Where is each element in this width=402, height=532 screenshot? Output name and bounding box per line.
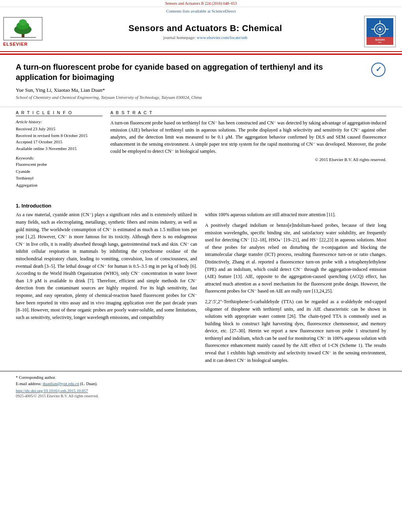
article-info-col: A R T I C L E I N F O Article history: R… (16, 110, 102, 193)
journal-banner: Contents lists available at ScienceDirec… (0, 7, 402, 52)
main-content: 1. Introduction As a raw material, cyani… (0, 193, 402, 367)
email-link[interactable]: duanlian@tyut.edu.cn (43, 382, 79, 386)
intro-right-p3: 2,2′:5′,2″-Terthiophene-5-carbaldehyde (… (205, 298, 386, 364)
elsevier-wordmark: ELSEVIER (3, 42, 28, 46)
sciencedirect-line: Contents lists available at ScienceDirec… (0, 7, 402, 14)
doi-line: http://dx.doi.org/10.1016/j.snb.2015.10.… (16, 389, 386, 393)
elsevier-logo-box (3, 17, 43, 41)
available-online-date: Available online 3 November 2015 (16, 145, 102, 152)
homepage-label: journal homepage: (163, 35, 195, 40)
top-doi-text: Sensors and Actuators B 224 (2016) 648–6… (165, 1, 237, 6)
article-title-text: A turn-on fluorescent probe for cyanide … (16, 62, 370, 82)
star-label: * Corresponding author. (16, 375, 56, 380)
copyright-line: © 2015 Elsevier B.V. All rights reserved… (110, 157, 386, 162)
crossmark-icon: ✓ (371, 63, 385, 77)
intro-title: Introduction (21, 203, 51, 209)
elsevier-tree-icon (4, 18, 42, 39)
page-wrapper: Sensors and Actuators B 224 (2016) 648–6… (0, 0, 402, 532)
corresponding-author-note: * Corresponding author. (16, 374, 386, 381)
article-info-label: A R T I C L E I N F O (16, 110, 102, 116)
sensors-logo: SENSORS AND (364, 16, 396, 47)
affiliation-line: School of Chemistry and Chemical Enginee… (16, 95, 386, 100)
crossmark-badge[interactable]: ✓ (370, 62, 386, 78)
elsevier-logo: ELSEVIER (3, 17, 47, 46)
rights-line: 0925-4005/© 2015 Elsevier B.V. All right… (16, 394, 386, 398)
sciencedirect-label: Contents lists available at (166, 9, 210, 13)
email-note: E-mail address: duanlian@tyut.edu.cn (L.… (16, 381, 386, 387)
abstract-label: A B S T R A C T (110, 110, 386, 116)
keyword-1: Fluorescent probe (16, 161, 102, 168)
abstract-col: A B S T R A C T A turn-on fluorescent pr… (110, 110, 386, 193)
intro-text-cols: As a raw material, cyanide anion (CN⁻) p… (16, 211, 386, 367)
received-date: Received 23 July 2015 (16, 126, 102, 132)
email-person: (L. Duan). (80, 382, 97, 386)
sensors-logo-graphic: SENSORS AND (367, 18, 393, 45)
abstract-text: A turn-on fluorescent probe based on ter… (110, 119, 386, 155)
journal-header-row: ELSEVIER Sensors and Actuators B: Chemic… (0, 14, 402, 49)
svg-text:SENSORS: SENSORS (375, 39, 385, 41)
keyword-4: Aggregation (16, 182, 102, 189)
keywords-group: Keywords: Fluorescent probe Cyanide Tert… (16, 156, 102, 189)
article-header: A turn-on fluorescent probe for cyanide … (0, 55, 402, 107)
history-label: Article history: (16, 119, 102, 124)
keyword-2: Cyanide (16, 168, 102, 175)
email-label: E-mail address: (16, 382, 42, 386)
top-doi-bar: Sensors and Actuators B 224 (2016) 648–6… (0, 0, 402, 7)
intro-left-p1: As a raw material, cyanide anion (CN⁻) p… (16, 211, 197, 321)
journal-title: Sensors and Actuators B: Chemical (47, 23, 364, 33)
article-history-group: Article history: Received 23 July 2015 R… (16, 119, 102, 152)
intro-right-p1: within 100% aqueous solutions are still … (205, 211, 386, 219)
keywords-label: Keywords: (16, 156, 102, 160)
intro-right-col: within 100% aqueous solutions are still … (205, 211, 386, 367)
svg-rect-14 (367, 37, 393, 45)
intro-heading: 1. Introduction (16, 203, 386, 209)
accepted-date: Accepted 17 October 2015 (16, 139, 102, 145)
sensors-logo-inner: SENSORS AND (367, 18, 393, 45)
svg-text:AND: AND (378, 41, 382, 43)
article-title-row: A turn-on fluorescent probe for cyanide … (16, 62, 386, 82)
intro-right-p2: A positively charged indolium or benzo[e… (205, 222, 386, 295)
doi-link[interactable]: http://dx.doi.org/10.1016/j.snb.2015.10.… (16, 389, 88, 393)
intro-number: 1. (16, 203, 20, 209)
journal-title-center: Sensors and Actuators B: Chemical journa… (47, 23, 364, 40)
authors-line: Yue Sun, Ying Li, Xiaotao Ma, Lian Duan* (16, 87, 386, 93)
intro-left-col: As a raw material, cyanide anion (CN⁻) p… (16, 211, 197, 367)
received-revised-date: Received in revised form 8 October 2015 (16, 132, 102, 139)
homepage-url[interactable]: www.elsevier.com/locate/snb (197, 35, 248, 40)
article-info-abstract-row: A R T I C L E I N F O Article history: R… (0, 107, 402, 193)
footnote-area: * Corresponding author. E-mail address: … (0, 371, 402, 400)
svg-point-9 (379, 28, 381, 30)
svg-point-4 (19, 19, 27, 26)
sciencedirect-link[interactable]: ScienceDirect (212, 9, 236, 13)
keyword-3: Terthienyl (16, 175, 102, 182)
journal-homepage: journal homepage: www.elsevier.com/locat… (47, 35, 364, 40)
